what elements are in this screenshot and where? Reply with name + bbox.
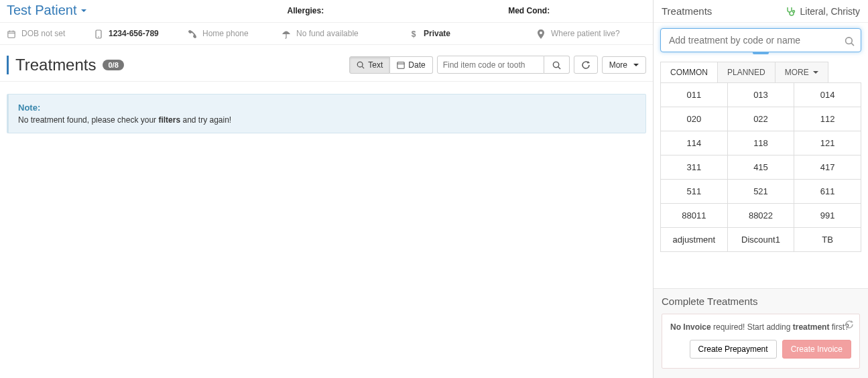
sidebar-title: Treatments	[662, 5, 712, 17]
note-title: Note:	[18, 103, 636, 113]
svg-marker-15	[587, 61, 590, 64]
refresh-icon	[581, 60, 591, 70]
footer-msg-mid: required! Start adding	[711, 322, 793, 332]
fund-value: No fund available	[296, 29, 359, 38]
code-cell[interactable]: adjustment	[661, 228, 728, 252]
mobile-value: 1234-656-789	[109, 29, 159, 38]
code-cell[interactable]: 511	[661, 180, 728, 204]
calendar-icon	[7, 28, 16, 38]
create-invoice-button[interactable]: Create Invoice	[782, 340, 851, 359]
dob-field: DOB not set	[7, 28, 94, 38]
tab-planned-label: PLANNED	[727, 68, 765, 77]
allergies-label: Allergies:	[288, 6, 324, 15]
code-cell[interactable]: 014	[794, 83, 861, 107]
tab-common[interactable]: COMMON	[660, 62, 718, 82]
code-cell[interactable]: 88011	[661, 204, 728, 228]
code-cell[interactable]: 114	[661, 131, 728, 155]
search-active-indicator	[753, 52, 769, 54]
code-cell[interactable]: 121	[794, 131, 861, 155]
mobile-field: 1234-656-789	[94, 28, 188, 39]
dollar-icon: $	[409, 28, 418, 39]
footer-msg-bold2: treatment	[793, 322, 830, 332]
code-cell[interactable]: 417	[794, 155, 861, 180]
svg-point-5	[98, 36, 99, 38]
code-cell[interactable]: 991	[794, 204, 861, 228]
svg-point-13	[553, 62, 558, 67]
code-cell[interactable]: 611	[794, 180, 861, 204]
code-cell[interactable]: 118	[728, 131, 795, 155]
code-cell[interactable]: 013	[728, 83, 795, 107]
patient-name-text: Test Patient	[7, 3, 77, 18]
svg-marker-19	[851, 320, 853, 323]
more-label: More	[609, 60, 627, 70]
code-cell[interactable]: 415	[728, 155, 795, 180]
patient-name-dropdown[interactable]: Test Patient	[7, 3, 86, 18]
svg-line-10	[362, 67, 364, 69]
map-pin-icon	[536, 28, 546, 39]
svg-line-18	[851, 43, 854, 46]
footer-message: No Invoice required! Start adding treatm…	[670, 322, 851, 332]
code-grid: 0110130140200221121141181213114154175115…	[660, 82, 861, 252]
home-phone-value: Home phone	[202, 29, 249, 38]
caret-down-icon	[633, 64, 639, 66]
address-field: Where patient live?	[536, 28, 620, 39]
dob-value: DOB not set	[21, 29, 65, 38]
item-search-button[interactable]	[544, 56, 570, 74]
medcond-label: Med Cond:	[508, 6, 550, 15]
note-suffix: and try again!	[180, 115, 231, 125]
create-prepayment-button[interactable]: Create Prepayment	[690, 340, 777, 359]
code-cell[interactable]: TB	[794, 228, 861, 252]
refresh-button[interactable]	[574, 56, 598, 74]
search-icon	[357, 60, 365, 70]
tab-planned[interactable]: PLANNED	[718, 62, 776, 82]
tab-common-label: COMMON	[670, 68, 708, 77]
payer-field: $ Private	[409, 28, 536, 39]
code-cell[interactable]: Discount1	[728, 228, 795, 252]
practitioner-selector[interactable]: Literal, Christy	[786, 5, 860, 17]
page-title: Treatments	[15, 56, 96, 74]
code-cell[interactable]: 521	[728, 180, 795, 204]
treatment-search-input[interactable]	[660, 28, 861, 52]
note-prefix: No treatment found, please check your	[18, 115, 158, 125]
tab-more-label: MORE	[785, 68, 809, 77]
tab-more[interactable]: MORE	[776, 62, 828, 82]
note-alert: Note: No treatment found, please check y…	[7, 94, 646, 133]
text-view-button[interactable]: Text	[349, 56, 390, 74]
umbrella-icon	[282, 28, 291, 39]
more-button[interactable]: More	[602, 56, 646, 74]
code-cell[interactable]: 88022	[728, 204, 795, 228]
complete-treatments-box: No Invoice required! Start adding treatm…	[662, 314, 860, 369]
code-cell[interactable]: 020	[661, 107, 728, 131]
footer-refresh-button[interactable]	[845, 318, 854, 329]
view-toggle: Text Date	[349, 56, 432, 74]
phone-icon	[188, 28, 197, 39]
code-cell[interactable]: 112	[794, 107, 861, 131]
count-badge: 0/8	[103, 60, 123, 70]
caret-down-icon	[81, 9, 86, 12]
svg-line-14	[558, 67, 560, 69]
svg-rect-11	[397, 62, 404, 68]
practitioner-name: Literal, Christy	[800, 6, 860, 17]
home-phone-field: Home phone	[188, 28, 282, 39]
note-bold: filters	[158, 115, 180, 125]
search-icon	[552, 60, 561, 70]
fund-field: No fund available	[282, 28, 409, 39]
text-view-label: Text	[368, 60, 383, 70]
note-body: No treatment found, please check your fi…	[18, 115, 636, 125]
svg-point-8	[540, 32, 542, 34]
code-cell[interactable]: 022	[728, 107, 795, 131]
date-view-button[interactable]: Date	[390, 56, 432, 74]
complete-treatments-title: Complete Treatments	[662, 296, 860, 307]
code-cell[interactable]: 011	[661, 83, 728, 107]
payer-value: Private	[424, 29, 450, 38]
footer-msg-bold1: No Invoice	[670, 322, 711, 332]
search-icon[interactable]	[845, 35, 855, 47]
calendar-icon	[397, 60, 405, 70]
stethoscope-icon	[786, 5, 796, 17]
date-view-label: Date	[408, 60, 425, 70]
svg-point-17	[846, 38, 853, 44]
item-search-input[interactable]	[437, 56, 544, 74]
caret-down-icon	[813, 71, 818, 74]
code-cell[interactable]: 311	[661, 155, 728, 180]
svg-text:$: $	[412, 29, 416, 39]
